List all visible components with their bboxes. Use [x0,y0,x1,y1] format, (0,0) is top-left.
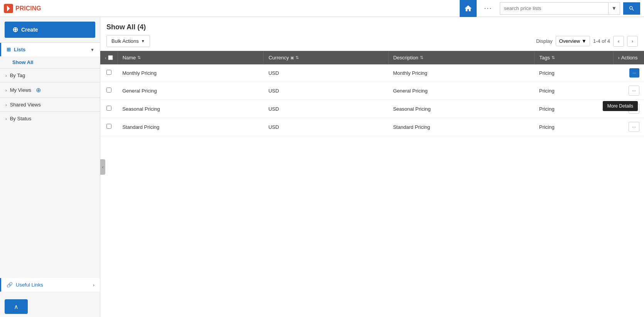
sidebar-item-by-tag[interactable]: › By Tag [0,69,100,82]
row-currency: USD [264,118,388,136]
chevron-right-icon-4: › [5,116,7,121]
row-name: Standard Pricing [118,118,264,136]
page-title: Show All (4) [106,23,146,31]
sidebar-wrapper: ⊕ Create ⊞ Lists ▼ Show All › By Tag [0,17,100,317]
chevron-down-icon: ▼ [612,5,617,11]
chevron-down-icon: ▼ [90,47,94,52]
toolbar: Bulk Actions ▼ Display Overview ▼ 1-4 of… [100,35,644,51]
tooltip-label: More Details [607,103,633,109]
table-row: Standard Pricing USD Standard Pricing Pr… [100,118,644,136]
actions-col-header: › Actions [613,51,644,64]
sort-icon-tags: ⇅ [551,55,555,60]
by-status-section: › By Status [0,111,100,125]
row-name: Seasonal Pricing [118,100,264,118]
tags-col-header[interactable]: Tags ⇅ [534,51,613,64]
pagination-prev-button[interactable]: ‹ [613,36,624,47]
row-actions-cell: ··· [613,64,644,82]
row-description: General Pricing [388,82,534,100]
bulk-actions-button[interactable]: Bulk Actions ▼ [106,35,150,47]
search-dropdown-button[interactable]: ▼ [608,3,620,14]
row-currency: USD [264,100,388,118]
sort-icon-description: ⇅ [420,55,423,60]
row-checkbox[interactable] [106,70,111,75]
row-name: General Pricing [118,82,264,100]
display-value: Overview [559,38,580,44]
logo-icon [4,4,13,13]
toolbar-right: Display Overview ▼ 1-4 of 4 ‹ › [536,36,638,47]
shared-views-section: › Shared Views [0,98,100,111]
row-action-button-active[interactable]: ··· [629,68,639,78]
table-row: Seasonal Pricing USD Seasonal Pricing Pr… [100,100,644,118]
app-logo: PRICING [4,4,41,13]
table-body: Monthly Pricing USD Monthly Pricing Pric… [100,64,644,136]
lists-label: Lists [14,47,25,52]
back-icon: ‹ [105,56,106,60]
row-checkbox-cell [100,100,118,118]
more-options-button[interactable]: ··· [480,0,497,17]
create-button[interactable]: ⊕ Create [5,22,95,38]
row-description: Monthly Pricing [388,64,534,82]
grid-icon: ⊞ [7,47,11,52]
search-input[interactable] [500,5,608,11]
data-table: ‹ Name ⇅ Currency ▣ [100,51,644,136]
content-header: Show All (4) [100,17,644,35]
sidebar-item-lists[interactable]: ⊞ Lists ▼ [0,43,100,56]
sidebar-item-by-status[interactable]: › By Status [0,112,100,125]
by-tag-section: › By Tag [0,68,100,82]
search-bar: ▼ [500,2,620,15]
select-all-checkbox[interactable] [108,55,113,60]
filter-icon-currency: ▣ [290,56,294,60]
sidebar-item-my-views[interactable]: › My Views ⊕ [0,83,100,98]
currency-col-label: Currency [268,55,289,61]
description-col-label: Description [393,55,418,61]
row-actions-cell: ··· [613,118,644,136]
row-actions-cell: ··· [613,82,644,100]
chevron-right-icon: › [632,38,633,44]
table-row: Monthly Pricing USD Monthly Pricing Pric… [100,64,644,82]
description-col-header[interactable]: Description ⇅ [388,51,534,64]
actions-col-label: Actions [621,55,638,61]
collapse-icon: ‹ [102,165,104,169]
show-all-label: Show All [12,59,33,65]
bulk-actions-label: Bulk Actions [111,38,139,44]
row-description: Standard Pricing [388,118,534,136]
sidebar-item-show-all[interactable]: Show All [0,56,100,68]
row-checkbox[interactable] [106,88,111,93]
name-col-header[interactable]: Name ⇅ [118,51,264,64]
row-checkbox[interactable] [106,106,111,111]
search-icon [629,5,635,12]
display-chevron-icon: ▼ [582,38,587,44]
sidebar: ⊕ Create ⊞ Lists ▼ Show All › By Tag [0,17,100,317]
link-icon: 🔗 [7,282,13,288]
pagination-next-button[interactable]: › [627,36,638,47]
add-view-icon[interactable]: ⊕ [36,86,41,94]
select-all-col: ‹ [100,51,118,64]
ellipsis-icon: ··· [484,4,492,12]
row-currency: USD [264,82,388,100]
by-status-label: By Status [10,116,32,121]
chevron-right-icon-actions: › [618,55,620,61]
caret-icon: ▼ [141,39,145,43]
currency-col-header[interactable]: Currency ▣ ⇅ [264,51,388,64]
lists-section: ⊞ Lists ▼ Show All [0,42,100,68]
search-submit-button[interactable] [623,2,640,15]
row-checkbox-cell [100,118,118,136]
name-col-label: Name [123,55,136,61]
display-select[interactable]: Overview ▼ [556,36,590,46]
sidebar-item-shared-views[interactable]: › Shared Views [0,98,100,111]
chevron-right-icon-2: › [5,88,7,93]
row-name: Monthly Pricing [118,64,264,82]
row-currency: USD [264,64,388,82]
row-action-button[interactable]: ··· [629,122,639,132]
chevron-right-icon: › [5,73,7,78]
display-label: Display [536,38,553,44]
home-button[interactable] [460,0,477,17]
row-action-button[interactable]: ··· [629,86,639,96]
chevron-right-icon-3: › [5,103,7,107]
row-checkbox[interactable] [106,124,111,129]
sidebar-collapse-handle[interactable]: ‹ [100,159,105,175]
tags-col-label: Tags [539,55,550,61]
sidebar-item-useful-links[interactable]: 🔗 Useful Links › [0,278,100,292]
scroll-up-button[interactable]: ∧ [5,299,28,314]
top-nav: PRICING ··· ▼ [0,0,644,17]
